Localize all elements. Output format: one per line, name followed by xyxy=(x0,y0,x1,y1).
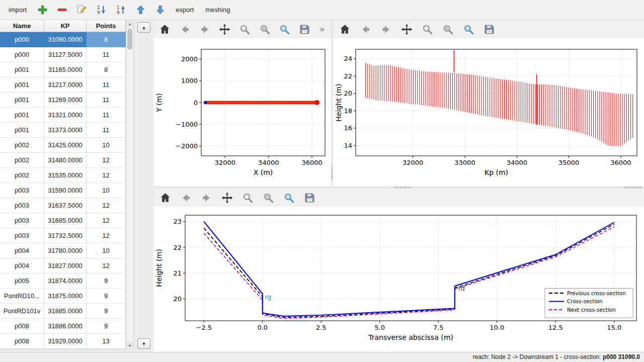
cell-name[interactable]: p001 xyxy=(0,93,44,108)
cross-section-figure[interactable]: −2.50.02.55.07.510.012.515.020212223Tran… xyxy=(153,207,644,352)
subplots-button[interactable] xyxy=(441,23,455,36)
cell-name[interactable]: p000 xyxy=(0,47,44,62)
cell-points[interactable]: 10 xyxy=(87,243,126,258)
cell-points[interactable]: 8 xyxy=(87,62,126,77)
cell-kp[interactable]: 31127.5000 xyxy=(44,47,87,62)
cell-kp[interactable]: 31780.0000 xyxy=(44,243,87,258)
subplots-button[interactable] xyxy=(262,191,275,205)
plan-view-figure[interactable]: 320003400036000−2000−1000010002000X (m)Y… xyxy=(153,38,331,186)
cell-points[interactable]: 9 xyxy=(87,319,126,334)
cell-name[interactable]: p003 xyxy=(0,198,44,213)
table-row[interactable]: p00231425.000010 xyxy=(0,138,126,153)
cell-kp[interactable]: 31535.0000 xyxy=(44,168,87,183)
table-row[interactable]: p00531874.00009 xyxy=(0,274,126,289)
home-button[interactable] xyxy=(338,23,352,36)
cell-name[interactable]: p003 xyxy=(0,183,44,198)
table-row[interactable]: PontRD10...31875.00009 xyxy=(0,289,126,304)
cell-points[interactable]: 12 xyxy=(87,213,126,228)
table-row[interactable]: p00131321.000011 xyxy=(0,108,126,123)
table-row[interactable]: PontRD101v31885.00009 xyxy=(0,304,126,319)
pan-button[interactable] xyxy=(400,23,414,36)
table-row[interactable]: p00331637.500012 xyxy=(0,198,126,213)
add-cross-section-button[interactable] xyxy=(36,4,49,17)
previous-section-button[interactable]: ▲ xyxy=(137,22,150,33)
cell-points[interactable]: 11 xyxy=(87,108,126,123)
cell-points[interactable]: 9 xyxy=(87,304,126,319)
next-section-button[interactable]: ▼ xyxy=(137,338,150,349)
cell-name[interactable]: p003 xyxy=(0,228,44,243)
pan-button[interactable] xyxy=(218,23,231,36)
cell-name[interactable]: p004 xyxy=(0,258,44,274)
table-row[interactable]: p00331685.000012 xyxy=(0,213,126,228)
back-button[interactable] xyxy=(359,23,372,36)
cell-points[interactable]: 12 xyxy=(87,198,126,213)
cell-kp[interactable]: 31875.0000 xyxy=(44,289,87,304)
edit-cross-section-button[interactable] xyxy=(75,4,88,17)
cell-name[interactable]: PontRD10... xyxy=(0,289,44,304)
column-header-points[interactable]: Points xyxy=(87,20,126,32)
cell-points[interactable]: 11 xyxy=(87,123,126,138)
cell-kp[interactable]: 31217.0000 xyxy=(44,77,87,93)
cell-points[interactable]: 10 xyxy=(87,183,126,198)
cell-points[interactable]: 13 xyxy=(87,334,126,349)
cell-kp[interactable]: 31269.0000 xyxy=(44,93,87,108)
cell-points[interactable]: 8 xyxy=(87,32,126,47)
cell-kp[interactable]: 31373.0000 xyxy=(44,123,87,138)
cell-kp[interactable]: 31425.0000 xyxy=(44,138,87,153)
table-row[interactable]: p00131373.000011 xyxy=(0,123,126,138)
cell-kp[interactable]: 31321.0000 xyxy=(44,108,87,123)
cell-points[interactable]: 12 xyxy=(87,153,126,168)
meshing-button[interactable]: meshing xyxy=(203,5,232,15)
cell-points[interactable]: 9 xyxy=(87,289,126,304)
table-row[interactable]: p00231535.000012 xyxy=(0,168,126,183)
cell-points[interactable]: 10 xyxy=(87,138,126,153)
scrollbar-thumb[interactable] xyxy=(127,29,132,50)
cell-name[interactable]: p005 xyxy=(0,274,44,289)
table-row[interactable]: p00131165.00008 xyxy=(0,62,126,77)
cell-kp[interactable]: 31732.5000 xyxy=(44,228,87,243)
cell-points[interactable]: 11 xyxy=(87,47,126,62)
table-row[interactable]: p00831886.00009 xyxy=(0,319,126,334)
cell-kp[interactable]: 31886.0000 xyxy=(44,319,87,334)
cell-name[interactable]: p003 xyxy=(0,213,44,228)
table-row[interactable]: p00331590.000010 xyxy=(0,183,126,198)
table-row[interactable]: p00031127.500011 xyxy=(0,47,126,62)
cell-kp[interactable]: 31685.0000 xyxy=(44,213,87,228)
back-button[interactable] xyxy=(179,191,193,205)
cell-points[interactable]: 11 xyxy=(87,77,126,93)
cell-kp[interactable]: 31480.0000 xyxy=(44,153,87,168)
export-button[interactable]: export xyxy=(173,5,196,15)
sort-descending-button[interactable]: 19 xyxy=(95,4,108,17)
longitudinal-profile-figure[interactable]: 3200033000340003500036000141618202224Kp … xyxy=(333,38,644,186)
cell-name[interactable]: p004 xyxy=(0,243,44,258)
toolbar-overflow-button[interactable]: » xyxy=(318,24,326,34)
cell-points[interactable]: 12 xyxy=(87,258,126,274)
cell-kp[interactable]: 31090.0000 xyxy=(44,32,87,47)
cell-points[interactable]: 12 xyxy=(87,228,126,243)
save-button[interactable] xyxy=(298,23,311,36)
table-row[interactable]: p00331732.500012 xyxy=(0,228,126,243)
cell-name[interactable]: p001 xyxy=(0,108,44,123)
home-button[interactable] xyxy=(158,23,172,36)
import-button[interactable]: import xyxy=(6,5,29,15)
cell-name[interactable]: p001 xyxy=(0,62,44,77)
cell-name[interactable]: p002 xyxy=(0,153,44,168)
scrollbar-up-arrow-icon[interactable]: ▲ xyxy=(126,20,133,27)
cell-kp[interactable]: 31165.0000 xyxy=(44,62,87,77)
home-button[interactable] xyxy=(158,191,172,205)
table-row[interactable]: p00131269.000011 xyxy=(0,93,126,108)
cell-kp[interactable]: 31590.0000 xyxy=(44,183,87,198)
cell-points[interactable]: 11 xyxy=(87,93,126,108)
move-down-button[interactable] xyxy=(153,4,167,17)
cell-kp[interactable]: 31874.0000 xyxy=(44,274,87,289)
cell-name[interactable]: p001 xyxy=(0,123,44,138)
move-up-button[interactable] xyxy=(134,4,147,17)
table-row[interactable]: p00431827.000012 xyxy=(0,258,126,274)
back-button[interactable] xyxy=(179,23,192,36)
column-header-kp[interactable]: KP xyxy=(44,20,87,32)
zoom-button[interactable] xyxy=(238,23,252,36)
cell-points[interactable]: 12 xyxy=(87,168,126,183)
forward-button[interactable] xyxy=(198,23,211,36)
cell-kp[interactable]: 31827.0000 xyxy=(44,258,87,274)
table-row[interactable]: p00131217.000011 xyxy=(0,77,126,93)
